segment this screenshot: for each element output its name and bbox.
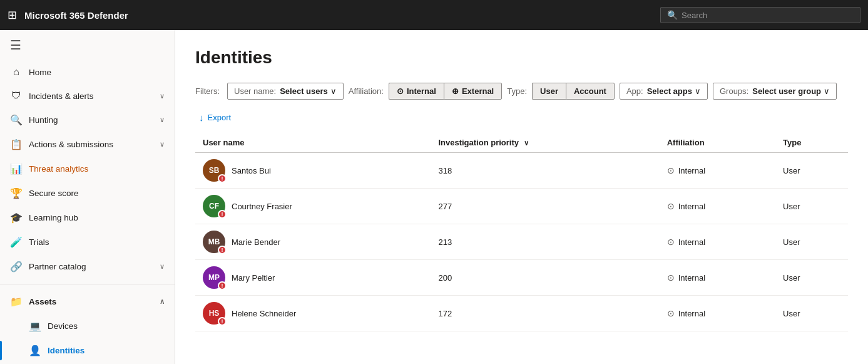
user-cell: SB ! Santos Bui (203, 159, 423, 182)
avatar-wrap: MB ! (203, 231, 225, 253)
search-icon: 🔍 (667, 10, 678, 20)
groups-filter-key: Groups: (720, 86, 748, 96)
user-cell: MB ! Marie Bender (203, 231, 423, 253)
search-input[interactable] (682, 11, 854, 20)
grid-icon[interactable]: ⊞ (8, 8, 17, 22)
username-filter-key: User name: (234, 86, 276, 96)
sidebar-item-partner-catalog[interactable]: 🔗 Partner catalog ∨ (0, 254, 175, 279)
priority-cell: 318 (431, 153, 659, 189)
type-cell: User (775, 224, 848, 260)
priority-cell: 213 (431, 224, 659, 260)
type-user-toggle[interactable]: User (532, 83, 566, 100)
table-row[interactable]: HS ! Helene Schneider 172 ⊙ Internal Use… (195, 296, 848, 331)
col-type: Type (775, 133, 848, 153)
alert-badge: ! (218, 246, 227, 254)
chevron-icon: ∨ (160, 263, 165, 271)
user-name[interactable]: Mary Peltier (232, 273, 275, 283)
col-username: User name (195, 133, 431, 153)
affiliation-icon: ⊙ (667, 308, 675, 318)
trials-icon: 🧪 (10, 236, 23, 248)
col-affiliation: Affiliation (660, 133, 775, 153)
app-filter[interactable]: App: Select apps ∨ (620, 83, 708, 100)
sidebar-toggle[interactable]: ☰ (0, 30, 175, 60)
sidebar-item-incidents-alerts[interactable]: 🛡 Incidents & alerts ∨ (0, 84, 175, 108)
type-cell: User (775, 296, 848, 331)
priority-cell: 200 (431, 260, 659, 296)
user-cell: HS ! Helene Schneider (203, 302, 423, 325)
secure-score-icon: 🏆 (10, 187, 23, 199)
table-row[interactable]: CF ! Courtney Frasier 277 ⊙ Internal Use… (195, 189, 848, 224)
app-filter-key: App: (626, 86, 643, 96)
chevron-down-icon: ∨ (824, 86, 830, 96)
identities-icon: 👤 (29, 345, 41, 356)
sidebar-item-identities[interactable]: 👤 Identities (0, 338, 175, 363)
affiliation-cell: ⊙ Internal (660, 260, 775, 296)
affiliation-icon: ⊙ (667, 165, 675, 175)
user-cell: MP ! Mary Peltier (203, 266, 423, 289)
export-label: Export (208, 113, 232, 122)
alert-badge: ! (218, 317, 227, 326)
table-row[interactable]: MB ! Marie Bender 213 ⊙ Internal User (195, 224, 848, 260)
affiliation-internal-toggle[interactable]: ⊙ Internal (389, 83, 444, 100)
affiliation-value: ⊙ Internal (667, 201, 768, 211)
main-content: Identities Filters: User name: Select us… (175, 30, 868, 364)
sidebar-item-threat-analytics[interactable]: 📊 Threat analytics (0, 157, 175, 181)
col-priority[interactable]: Investigation priority ∨ (431, 133, 659, 153)
type-filter-group: User Account (532, 83, 615, 100)
affiliation-label: Internal (678, 202, 705, 211)
sidebar-item-secure-score[interactable]: 🏆 Secure score (0, 181, 175, 205)
type-cell: User (775, 153, 848, 189)
avatar-wrap: SB ! (203, 159, 225, 182)
type-cell: User (775, 260, 848, 296)
filters-row: Filters: User name: Select users ∨ Affil… (195, 83, 848, 100)
table-row[interactable]: SB ! Santos Bui 318 ⊙ Internal User (195, 153, 848, 189)
affiliation-filter-group: ⊙ Internal ⊕ External (389, 83, 502, 100)
user-name[interactable]: Courtney Frasier (232, 202, 292, 211)
chevron-icon: ∨ (160, 140, 165, 148)
app-filter-value: Select apps (647, 86, 692, 96)
internal-affil-icon: ⊙ (397, 86, 404, 96)
layout: ☰ ⌂ Home 🛡 Incidents & alerts ∨ 🔍 Huntin… (0, 30, 868, 364)
type-cell: User (775, 189, 848, 224)
sidebar-item-devices[interactable]: 💻 Devices (0, 314, 175, 338)
threat-analytics-icon: 📊 (10, 163, 23, 175)
affiliation-cell: ⊙ Internal (660, 153, 775, 189)
page-title: Identities (195, 48, 848, 68)
sidebar-item-trials[interactable]: 🧪 Trials (0, 230, 175, 254)
export-button[interactable]: ↓ Export (195, 110, 235, 125)
avatar-wrap: HS ! (203, 302, 225, 325)
affiliation-label: Affiliation: (349, 86, 384, 96)
user-cell: CF ! Courtney Frasier (203, 195, 423, 217)
avatar-wrap: MP ! (203, 266, 225, 289)
learning-hub-icon: 🎓 (10, 212, 23, 224)
devices-icon: 💻 (29, 320, 41, 332)
affiliation-icon: ⊙ (667, 201, 675, 211)
divider (0, 284, 175, 284)
identities-table: User name Investigation priority ∨ Affil… (195, 133, 848, 331)
type-user-label: User (540, 86, 558, 96)
sidebar-item-learning-hub[interactable]: 🎓 Learning hub (0, 205, 175, 230)
username-filter[interactable]: User name: Select users ∨ (227, 83, 344, 100)
avatar-wrap: CF ! (203, 195, 225, 217)
affiliation-label: Internal (678, 273, 705, 283)
type-account-toggle[interactable]: Account (566, 83, 615, 100)
table-row[interactable]: MP ! Mary Peltier 200 ⊙ Internal User (195, 260, 848, 296)
sidebar-item-hunting[interactable]: 🔍 Hunting ∨ (0, 108, 175, 132)
user-name-cell: CF ! Courtney Frasier (195, 189, 431, 224)
user-name[interactable]: Helene Schneider (232, 309, 296, 318)
chevron-down-icon: ∨ (695, 86, 701, 96)
user-name[interactable]: Santos Bui (232, 166, 271, 175)
search-box[interactable]: 🔍 (660, 7, 860, 23)
partner-catalog-icon: 🔗 (10, 261, 23, 273)
affiliation-external-toggle[interactable]: ⊕ External (444, 83, 502, 100)
groups-filter[interactable]: Groups: Select user group ∨ (713, 83, 837, 100)
affiliation-cell: ⊙ Internal (660, 224, 775, 260)
affiliation-external-label: External (462, 86, 494, 96)
sidebar-item-home[interactable]: ⌂ Home (0, 60, 175, 84)
alert-badge: ! (218, 210, 227, 219)
sidebar-item-actions-submissions[interactable]: 📋 Actions & submissions ∨ (0, 132, 175, 157)
shield-icon: 🛡 (10, 90, 23, 101)
external-affil-icon: ⊕ (452, 86, 459, 96)
user-name[interactable]: Marie Bender (232, 237, 280, 247)
affiliation-value: ⊙ Internal (667, 308, 768, 318)
